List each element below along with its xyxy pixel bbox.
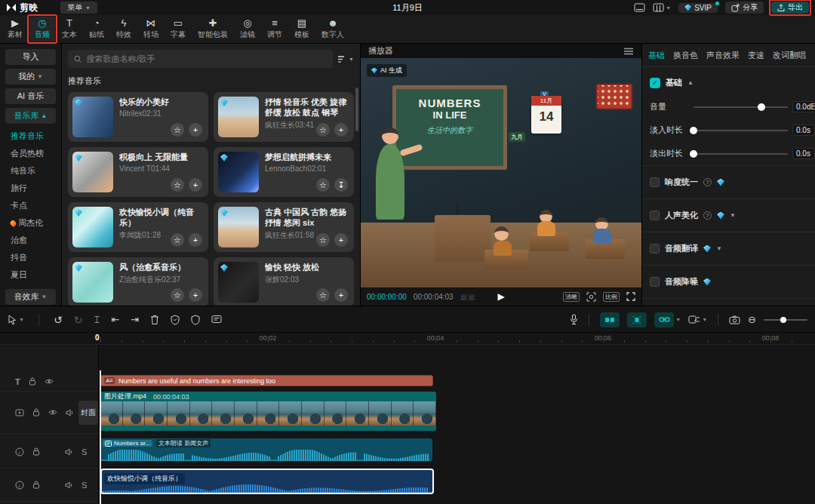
search-input[interactable] [86,54,327,63]
library-category[interactable]: 周杰伦 [5,216,56,230]
speaker-icon[interactable] [65,448,73,456]
focus-icon[interactable] [586,292,596,302]
chevron-down-icon[interactable]: ▼ [730,212,736,219]
toolbar-item-12[interactable]: ☻ 数字人 [316,17,349,41]
lock-icon[interactable] [32,408,40,416]
preview-axis-button[interactable] [688,315,700,324]
option-checkbox[interactable] [650,211,660,220]
playhead[interactable] [100,370,101,504]
split-left-button[interactable]: ⇤ [111,314,119,325]
add-button[interactable]: + [334,123,348,137]
record-button[interactable] [570,314,578,325]
slider-value[interactable]: 0.0s [792,124,815,136]
slider-knob[interactable] [758,103,765,111]
option-checkbox[interactable] [650,277,660,287]
split-button[interactable]: ⌶ [94,314,100,326]
eye-icon[interactable] [48,409,57,416]
add-button[interactable]: + [334,288,348,302]
library-category[interactable]: 卡点 [5,198,56,213]
mask-button[interactable] [191,315,200,325]
select-tool-button[interactable]: ▼ [8,315,24,325]
speaker-icon[interactable] [65,481,73,489]
fullscreen-icon[interactable] [626,292,635,301]
tab-5[interactable]: 改词翻唱 [773,50,806,61]
favorite-button[interactable]: ☆ [316,123,330,137]
favorite-button[interactable]: ☆ [316,178,330,192]
toolbar-item-3[interactable]: T 文本 [57,17,82,41]
favorite-button[interactable]: ☆ [171,123,184,137]
toolbar-item-5[interactable]: ϟ 特效 [111,17,137,41]
toolbar-item-8[interactable]: ✚ 智能包装 [192,17,233,41]
add-button[interactable]: + [189,233,202,247]
slider-track[interactable] [694,153,788,155]
sidebar-mine-button[interactable]: 我的▼ [5,69,56,85]
library-category[interactable]: 纯音乐 [5,164,56,178]
help-icon[interactable]: ? [703,211,712,220]
favorite-button[interactable]: ☆ [316,233,330,247]
tab-2[interactable]: 换音色 [673,50,698,61]
player-menu-icon[interactable] [623,48,634,55]
toolbar-item-9[interactable]: ◎ 滤镜 [235,17,260,41]
favorite-button[interactable]: ☆ [316,288,330,302]
music-card[interactable]: 愉快 轻快 放松 张辉02:03 ☆ + [214,257,354,306]
timeline-ruler[interactable]: 0 00:0200:0400:0600:08 [0,333,815,345]
video-preview[interactable]: NUMBERS IN LIFE 生活中的数字 九月 V 11月 14 [361,58,641,287]
filter-button[interactable]: ▼ [337,55,354,63]
favorite-button[interactable]: ☆ [171,178,184,192]
toolbar-item-6[interactable]: ⋈ 转场 [138,17,164,41]
zoom-out-button[interactable]: ⊖ [748,314,756,325]
marker-button[interactable] [211,315,222,324]
slider-knob[interactable] [690,127,697,134]
slider-value[interactable]: 0.0s [792,148,815,159]
chevron-down-icon[interactable]: ▼ [716,245,722,252]
music-card[interactable]: 欢快愉悦小调（纯音乐） 李闻陇01:28 ☆ + [68,202,208,252]
tab-4[interactable]: 变速 [748,50,764,61]
timeline-zoom-slider[interactable] [764,319,807,321]
quality-button[interactable]: 清晰 [563,292,580,302]
toolbar-item-10[interactable]: ≡ 调节 [262,17,288,41]
lock-icon[interactable] [32,447,40,456]
cover-camera-button[interactable] [729,315,740,324]
music-card[interactable]: 梦想启航拼搏未来 LennonBach02:01 ☆ ↧ [214,147,354,197]
delete-button[interactable] [150,315,159,325]
layout-columns-icon[interactable]: ▼ [653,3,671,12]
toolbar-item-11[interactable]: ▤ 模板 [289,17,315,41]
slider-track[interactable] [694,106,788,108]
music-clip-selected[interactable]: 欢快愉悦小调（纯音乐） [100,469,434,494]
menu-button[interactable]: 菜单▼ [60,2,97,14]
toolbar-item-1[interactable]: ▶ 素材 [2,17,28,41]
play-button[interactable]: ▶ [497,291,504,302]
music-card[interactable]: 古典 中国风 古韵 悠扬 抒情 悠闲 six 疯狂生长01:58 ☆ + [214,202,354,252]
add-button[interactable]: + [334,233,348,247]
auto-snap-toggle[interactable] [627,312,647,327]
layout-bottom-icon[interactable] [634,3,645,12]
main-track-magnet-toggle[interactable] [600,312,620,327]
library-category[interactable]: 治愈 [5,233,56,247]
scrollbar[interactable] [355,88,358,131]
basic-checkbox[interactable]: ✓ [650,78,660,88]
favorite-button[interactable]: ☆ [171,288,184,302]
solo-icon[interactable]: S [82,447,87,456]
solo-icon[interactable]: S [82,481,87,490]
video-clip[interactable]: 图片处理.mp4 00:00:04:03 [100,392,436,431]
tab-1[interactable]: 基础 [648,50,665,61]
eye-icon[interactable] [45,378,54,385]
sidebar-import-button[interactable]: 导入 [5,49,56,65]
option-checkbox[interactable] [650,177,660,187]
undo-button[interactable]: ↺ [54,314,63,326]
add-button[interactable]: + [189,288,202,302]
slider-value[interactable]: 0.0dB [792,101,815,112]
library-category[interactable]: 旅行 [5,181,56,195]
svip-button[interactable]: SVIP [678,3,718,13]
music-card[interactable]: 积极向上 无限能量 Vincent T01:44 ☆ + [68,147,208,197]
favorite-button[interactable]: ☆ [171,233,184,247]
export-button[interactable]: 导出 [771,2,809,14]
download-button[interactable]: ↧ [334,178,348,192]
toolbar-item-2[interactable]: ◷ 音频 [29,17,55,41]
chevron-up-icon[interactable]: ▲ [687,79,694,86]
search-box[interactable] [68,50,333,68]
chevron-down-icon[interactable]: ▼ [702,317,707,322]
tab-3[interactable]: 声音效果 [706,50,740,61]
library-category[interactable]: 抖音 [5,250,56,265]
tts-audio-clip[interactable]: Numbers ar... 文本朗读 新闻女声 [100,438,432,461]
